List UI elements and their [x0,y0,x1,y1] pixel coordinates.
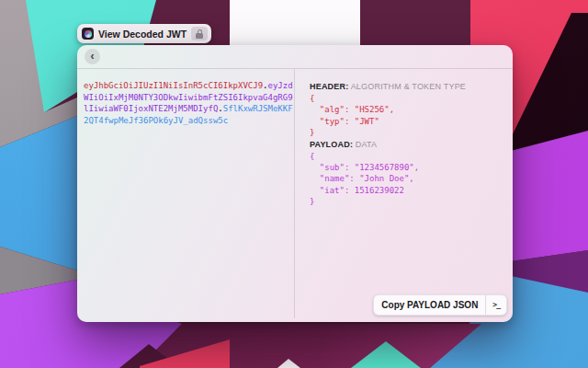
lock-icon [191,27,208,40]
decoder-app-icon [82,28,94,40]
terminal-icon: >_ [486,301,506,309]
chevron-left-icon: ‹ [91,51,95,62]
window-body: eyJhbGciOiJIUzI1NiIsInR5cCI6IkpXVCJ9.eyJ… [77,69,513,322]
tab-title: View Decoded JWT [98,29,187,40]
payload-section-label: PAYLOAD: DATA [310,139,505,151]
json-line: "iat": 1516239022 [310,185,505,196]
json-line: "alg": "HS256", [310,104,505,115]
json-line: { [310,93,505,104]
json-line: { [310,151,505,162]
decoded-header-json: { "alg": "HS256", "typ": "JWT"} [310,93,505,139]
json-line: "sub": "1234567890", [310,162,505,173]
header-label: HEADER: [310,82,348,91]
json-line: } [310,196,505,207]
app-icon-glyph [85,30,92,38]
jwt-token-panel: eyJhbGciOiJIUzI1NiIsInR5cCI6IkpXVCJ9.eyJ… [84,80,296,126]
back-button[interactable]: ‹ [85,49,100,64]
payload-label: PAYLOAD: [310,140,353,149]
jwt-token-text[interactable]: eyJhbGciOiJIUzI1NiIsInR5cCI6IkpXVCJ9.eyJ… [84,80,296,126]
json-line: "typ": "JWT" [310,116,505,127]
window-header: ‹ [77,45,513,69]
desktop: View Decoded JWT ‹ eyJhbGciOiJIUzI1NiIsI… [0,0,588,368]
json-line: "name": "John Doe", [310,173,505,184]
jwt-viewer-window: ‹ eyJhbGciOiJIUzI1NiIsInR5cCI6IkpXVCJ9.e… [77,45,513,322]
decoded-payload-json: { "sub": "1234567890", "name": "John Doe… [310,151,505,208]
header-section-label: HEADER: ALGORITHM & TOKEN TYPE [310,81,505,93]
decoded-panel: HEADER: ALGORITHM & TOKEN TYPE { "alg": … [310,81,505,208]
panel-divider [294,69,295,318]
window-tab[interactable]: View Decoded JWT [77,24,211,43]
payload-sublabel: DATA [356,140,377,149]
header-sublabel: ALGORITHM & TOKEN TYPE [351,82,466,91]
jwt-header-segment: eyJhbGciOiJIUzI1NiIsInR5cCI6IkpXVCJ9 [84,81,263,90]
json-line: } [310,127,505,138]
copy-button-label: Copy PAYLOAD JSON [374,300,485,310]
copy-payload-json-button[interactable]: Copy PAYLOAD JSON >_ [373,294,507,316]
